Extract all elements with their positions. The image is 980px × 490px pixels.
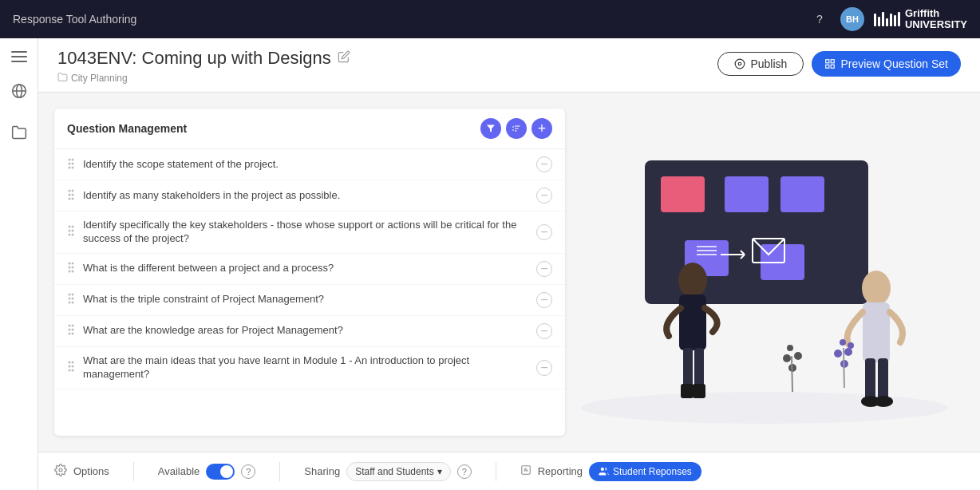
sharing-help-icon[interactable]: ? (457, 464, 472, 479)
student-responses-label: Student Reponses (613, 466, 692, 477)
svg-point-17 (72, 189, 74, 192)
svg-rect-55 (780, 176, 824, 212)
question-item: What is the different between a project … (54, 254, 565, 285)
question-text: Identify as many stakeholders in the pro… (83, 189, 528, 203)
drag-icon[interactable] (67, 361, 75, 374)
remove-question-button[interactable]: − (536, 188, 552, 204)
svg-point-79 (783, 354, 791, 362)
svg-line-82 (792, 356, 792, 392)
svg-point-13 (72, 162, 74, 164)
remove-question-button[interactable]: − (536, 292, 552, 308)
breadcrumb: City Planning (57, 72, 350, 84)
svg-point-20 (69, 197, 71, 200)
page-title: 1043ENV: Coming up with Designs (57, 48, 331, 69)
remove-question-button[interactable]: − (536, 323, 552, 339)
student-responses-button[interactable]: Student Reponses (589, 462, 701, 481)
breadcrumb-folder-icon (57, 72, 68, 84)
question-text: What are the main ideas that you have le… (83, 354, 528, 381)
drag-icon[interactable] (67, 262, 75, 275)
illustration (565, 121, 964, 424)
question-text: What is the triple constraint of Project… (83, 293, 528, 306)
question-panel: Question Management + (54, 109, 565, 436)
svg-point-47 (72, 362, 74, 364)
svg-point-30 (69, 267, 71, 269)
sort-button[interactable] (506, 118, 527, 139)
filter-button[interactable] (480, 118, 501, 139)
svg-point-11 (72, 158, 74, 160)
svg-point-25 (72, 230, 74, 232)
settings-icon[interactable] (54, 464, 67, 479)
svg-point-29 (72, 263, 74, 265)
svg-point-44 (69, 333, 71, 335)
svg-point-27 (72, 234, 74, 236)
page-header: 1043ENV: Coming up with Designs (38, 38, 980, 93)
svg-rect-67 (679, 294, 706, 350)
svg-line-88 (844, 348, 844, 388)
svg-point-84 (834, 350, 842, 358)
preview-button[interactable]: Preview Question Set (812, 51, 961, 77)
drag-icon[interactable] (67, 189, 75, 203)
divider-3 (496, 462, 496, 481)
question-text: What are the knowledge areas for Project… (83, 324, 528, 338)
svg-point-89 (59, 468, 62, 472)
remove-question-button[interactable]: − (536, 360, 552, 376)
question-item: What are the knowledge areas for Project… (54, 316, 565, 347)
svg-point-36 (69, 298, 71, 300)
header-actions: Publish Preview Question Set (717, 51, 961, 77)
reporting-label: Reporting (538, 465, 583, 477)
svg-point-80 (794, 352, 802, 360)
svg-point-81 (787, 345, 793, 351)
menu-icon[interactable] (11, 51, 27, 62)
folder-icon[interactable] (6, 120, 32, 145)
svg-rect-70 (681, 384, 694, 398)
svg-rect-73 (863, 302, 890, 362)
help-button[interactable]: ? (808, 8, 831, 30)
edit-icon[interactable] (338, 50, 350, 66)
remove-question-button[interactable]: − (536, 261, 552, 277)
svg-rect-6 (832, 60, 835, 63)
svg-point-46 (69, 362, 71, 364)
drag-icon[interactable] (67, 158, 75, 172)
svg-point-48 (69, 366, 71, 368)
reporting-section: Reporting Student Reponses (520, 462, 701, 481)
svg-point-18 (69, 193, 71, 196)
svg-point-10 (69, 158, 71, 160)
svg-point-86 (840, 339, 846, 346)
svg-rect-53 (661, 176, 705, 212)
drag-icon[interactable] (67, 324, 75, 338)
divider-1 (133, 462, 134, 481)
sharing-dropdown[interactable]: Staff and Students ▾ (346, 462, 451, 481)
globe-icon[interactable] (6, 78, 32, 104)
svg-rect-5 (826, 60, 829, 63)
remove-question-button[interactable]: − (536, 224, 552, 240)
svg-point-34 (69, 294, 71, 296)
drag-icon[interactable] (67, 293, 75, 306)
svg-point-33 (72, 271, 74, 273)
available-help-icon[interactable]: ? (241, 464, 255, 479)
svg-point-32 (69, 271, 71, 273)
publish-button[interactable]: Publish (717, 52, 804, 76)
remove-question-button[interactable]: − (536, 156, 552, 172)
svg-rect-75 (878, 358, 888, 402)
title-area: 1043ENV: Coming up with Designs (57, 48, 350, 84)
question-text: What is the different between a project … (83, 262, 528, 275)
question-item: Identify the scope statement of the proj… (54, 149, 565, 180)
sharing-value: Staff and Students (355, 466, 434, 477)
drag-icon[interactable] (67, 225, 75, 239)
svg-point-72 (862, 271, 891, 306)
svg-point-43 (72, 329, 74, 331)
svg-rect-7 (832, 65, 835, 68)
svg-point-16 (69, 189, 71, 192)
available-toggle[interactable] (206, 464, 235, 480)
svg-point-3 (736, 59, 745, 69)
bottom-bar: Options Available ? Sharing Staff and St… (38, 452, 980, 490)
svg-point-35 (72, 294, 74, 296)
svg-rect-68 (683, 348, 693, 388)
svg-point-37 (72, 298, 74, 300)
svg-point-87 (848, 342, 854, 349)
question-item: Identify specifically the key stakeholde… (54, 211, 565, 254)
add-question-button[interactable]: + (531, 118, 552, 139)
svg-point-4 (739, 62, 742, 65)
avatar[interactable]: BH (840, 7, 864, 31)
sharing-section: Sharing Staff and Students ▾ ? (304, 462, 471, 481)
